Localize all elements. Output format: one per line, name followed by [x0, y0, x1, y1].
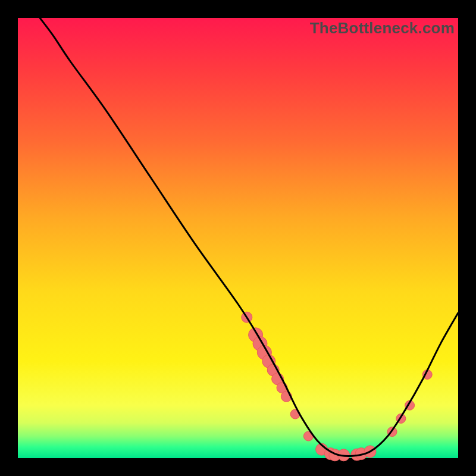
data-markers: [242, 312, 432, 461]
bottleneck-curve: [40, 18, 458, 456]
chart-frame: TheBottleneck.com: [18, 18, 458, 458]
chart-svg: [18, 18, 458, 458]
